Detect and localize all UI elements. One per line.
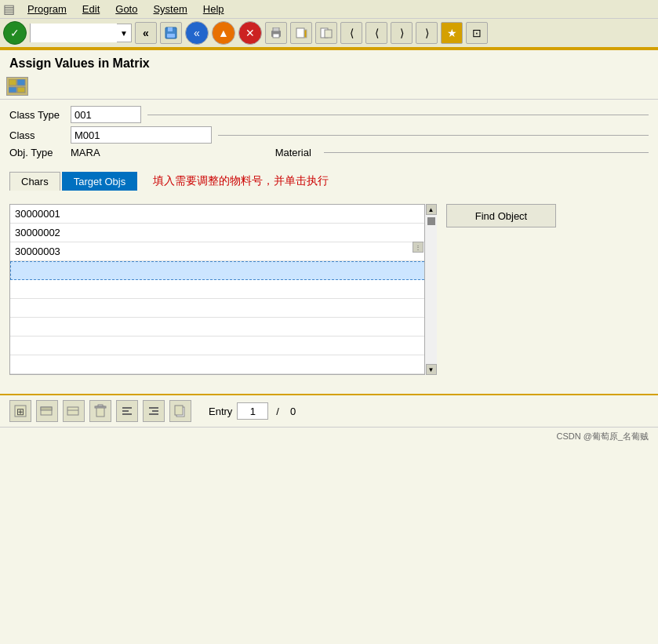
svg-text:⊞: ⊞ — [16, 406, 24, 417]
first-record-button[interactable]: ⊞ — [9, 400, 31, 422]
list-item[interactable] — [10, 280, 436, 299]
menu-help[interactable]: Help — [200, 2, 227, 16]
class-type-input[interactable] — [71, 106, 141, 123]
list-scrollbar[interactable]: ▲ ▼ — [424, 204, 437, 375]
svg-rect-7 — [304, 30, 307, 38]
tab-target-objs[interactable]: Target Objs — [62, 172, 137, 191]
menu-program[interactable]: Program — [24, 2, 70, 16]
toolbar-dropdown-arrow[interactable]: ▼ — [117, 29, 131, 38]
check-button[interactable]: ✓ — [3, 21, 27, 45]
footer-text: CSDN @葡萄原_名葡贼 — [556, 431, 649, 441]
page-title: Assign Values in Matrix — [0, 49, 658, 74]
add-row-button[interactable] — [36, 400, 58, 422]
app-icon: ▤ — [3, 2, 15, 16]
svg-rect-1 — [168, 27, 173, 31]
annotation-text: 填入需要调整的物料号，并单击执行 — [153, 171, 329, 191]
nav-arrow-right-1[interactable]: ⟩ — [391, 22, 413, 44]
class-label: Class — [9, 129, 64, 141]
entry-label: Entry — [209, 406, 232, 417]
obj-type-row: Obj. Type MARA Material — [9, 147, 649, 158]
list-item[interactable]: 30000003 — [10, 242, 436, 261]
tab-bar: Chars Target Objs — [9, 172, 137, 191]
toolbar-input[interactable] — [31, 24, 117, 42]
nav-arrow-left-1[interactable]: ⟨ — [340, 22, 362, 44]
list-item[interactable]: 30000002 — [10, 224, 436, 242]
save-button[interactable] — [160, 22, 182, 44]
obj-type-value: MARA — [71, 147, 100, 158]
svg-rect-22 — [98, 405, 103, 406]
nav-arrow-right-2[interactable]: ⟩ — [416, 22, 438, 44]
cancel-button[interactable]: ✕ — [238, 21, 262, 45]
page-icon-1[interactable] — [290, 22, 312, 44]
menu-edit[interactable]: Edit — [79, 2, 103, 16]
print-button[interactable] — [265, 22, 287, 44]
svg-rect-11 — [17, 79, 25, 86]
content-area: 30000001 30000002 30000003 ▲ ▼ — [0, 198, 658, 381]
sub-toolbar — [0, 74, 658, 100]
list-box[interactable]: 30000001 30000002 30000003 — [9, 204, 437, 375]
list-container: 30000001 30000002 30000003 ▲ ▼ — [9, 204, 437, 375]
svg-rect-13 — [17, 87, 25, 93]
tab-chars[interactable]: Chars — [9, 172, 60, 191]
svg-rect-17 — [41, 407, 52, 410]
grip-icon[interactable]: ⋮ — [413, 242, 424, 253]
entry-total: 0 — [290, 406, 296, 417]
list-item-selected[interactable] — [10, 261, 436, 280]
entry-separator: / — [276, 406, 279, 417]
svg-rect-4 — [273, 27, 279, 31]
menu-bar: ▤ Program Edit Goto System Help — [0, 0, 658, 19]
remove-row-button[interactable] — [63, 400, 85, 422]
svg-rect-12 — [9, 87, 16, 93]
scroll-up-arrow[interactable]: ▲ — [426, 204, 437, 215]
delete-button[interactable] — [89, 400, 111, 422]
toolbar: ✓ ▼ « « ▲ ✕ ⟨ ⟨ ⟩ ⟩ ★ ⊡ — [0, 19, 658, 49]
svg-rect-5 — [273, 34, 279, 38]
nav-arrow-left-2[interactable]: ⟨ — [365, 22, 387, 44]
back-nav-button[interactable]: « — [135, 22, 157, 44]
align-left-button[interactable] — [116, 400, 138, 422]
list-item[interactable] — [10, 355, 436, 374]
page-icon-2[interactable] — [315, 22, 337, 44]
menu-system[interactable]: System — [150, 2, 190, 16]
up-button[interactable]: ▲ — [212, 21, 235, 45]
class-row: Class — [9, 126, 649, 144]
entry-current-input[interactable] — [237, 402, 268, 420]
footer: CSDN @葡萄原_名葡贼 — [0, 427, 658, 446]
scroll-down-arrow[interactable]: ▼ — [426, 364, 437, 375]
class-input[interactable] — [71, 126, 212, 144]
svg-rect-18 — [67, 407, 78, 415]
bottom-toolbar: ⊞ — [0, 394, 658, 427]
window-button[interactable]: ⊡ — [466, 22, 488, 44]
find-object-button[interactable]: Find Object — [446, 204, 556, 227]
list-item[interactable] — [10, 318, 436, 337]
scroll-grip[interactable] — [427, 217, 435, 225]
menu-goto[interactable]: Goto — [112, 2, 140, 16]
list-item[interactable]: 30000001 — [10, 205, 436, 224]
prev-button[interactable]: « — [185, 21, 209, 45]
matrix-icon[interactable] — [6, 77, 28, 96]
list-item[interactable] — [10, 299, 436, 318]
form-area: Class Type Class Obj. Type MARA Material — [0, 100, 658, 168]
svg-rect-9 — [325, 30, 332, 38]
svg-rect-2 — [167, 34, 175, 38]
class-type-label: Class Type — [9, 109, 64, 121]
svg-rect-6 — [296, 28, 304, 38]
list-item[interactable] — [10, 337, 436, 355]
star-button[interactable]: ★ — [441, 22, 463, 44]
right-panel: Find Object — [446, 204, 556, 375]
svg-rect-10 — [9, 79, 16, 86]
obj-type-label: Obj. Type — [9, 147, 64, 158]
class-type-row: Class Type — [9, 106, 649, 123]
svg-rect-30 — [175, 406, 183, 415]
obj-type-desc: Material — [275, 147, 311, 158]
align-right-button[interactable] — [143, 400, 165, 422]
copy-button[interactable] — [169, 400, 191, 422]
